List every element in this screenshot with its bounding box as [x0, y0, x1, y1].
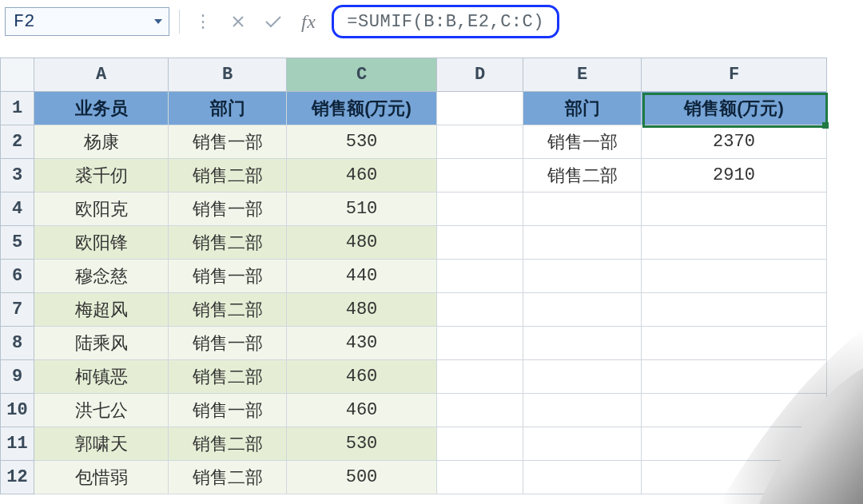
cell-E4[interactable] [523, 192, 642, 226]
cell-F8[interactable] [642, 327, 827, 360]
fx-icon[interactable]: fx [301, 11, 316, 33]
cell-C11[interactable]: 530 [287, 427, 437, 461]
cell-D3[interactable] [437, 159, 523, 192]
cell-F10[interactable] [642, 394, 827, 427]
worksheet[interactable]: A B C D E F 1 业务员 部门 销售额(万元) 部门 销售额(万元) … [0, 58, 863, 494]
cell-A12[interactable]: 包惜弱 [34, 461, 169, 494]
row-header-4[interactable]: 4 [1, 192, 34, 226]
cell-A7[interactable]: 梅超风 [34, 293, 169, 327]
cell-F12[interactable] [642, 461, 827, 494]
cell-B11[interactable]: 销售二部 [169, 427, 287, 461]
col-header-C[interactable]: C [287, 58, 437, 92]
cell-F2[interactable]: 2370 [642, 125, 827, 159]
cell-C3[interactable]: 460 [287, 159, 437, 192]
row-header-2[interactable]: 2 [1, 125, 34, 159]
cell-E10[interactable] [523, 394, 642, 427]
row-header-3[interactable]: 3 [1, 159, 34, 192]
cell-B5[interactable]: 销售二部 [169, 226, 287, 260]
row-header-9[interactable]: 9 [1, 360, 34, 394]
cell-E5[interactable] [523, 226, 642, 260]
cell-F4[interactable] [642, 192, 827, 226]
cell-E8[interactable] [523, 327, 642, 360]
cell-B8[interactable]: 销售一部 [169, 327, 287, 360]
cell-D2[interactable] [437, 125, 523, 159]
cell-A3[interactable]: 裘千仞 [34, 159, 169, 192]
cell-E2[interactable]: 销售一部 [523, 125, 642, 159]
cell-A6[interactable]: 穆念慈 [34, 260, 169, 293]
cell-B12[interactable]: 销售二部 [169, 461, 287, 494]
cell-E12[interactable] [523, 461, 642, 494]
cell-C6[interactable]: 440 [287, 260, 437, 293]
cell-A8[interactable]: 陆乘风 [34, 327, 169, 360]
cell-D1[interactable] [437, 92, 523, 125]
cell-E1[interactable]: 部门 [523, 92, 642, 125]
cell-C1[interactable]: 销售额(万元) [287, 92, 437, 125]
cell-D10[interactable] [437, 394, 523, 427]
cell-F5[interactable] [642, 226, 827, 260]
col-header-A[interactable]: A [34, 58, 169, 92]
cell-F6[interactable] [642, 260, 827, 293]
confirm-icon[interactable] [264, 14, 282, 29]
cell-B3[interactable]: 销售二部 [169, 159, 287, 192]
cell-C9[interactable]: 460 [287, 360, 437, 394]
col-header-F[interactable]: F [642, 58, 827, 92]
row-header-6[interactable]: 6 [1, 260, 34, 293]
row-header-12[interactable]: 12 [1, 461, 34, 494]
cell-E7[interactable] [523, 293, 642, 327]
chevron-down-icon[interactable] [153, 16, 164, 27]
cell-D12[interactable] [437, 461, 523, 494]
cell-B2[interactable]: 销售一部 [169, 125, 287, 159]
cell-F3[interactable]: 2910 [642, 159, 827, 192]
cell-A9[interactable]: 柯镇恶 [34, 360, 169, 394]
cell-D6[interactable] [437, 260, 523, 293]
cancel-icon[interactable] [231, 14, 245, 29]
cell-C2[interactable]: 530 [287, 125, 437, 159]
col-header-D[interactable]: D [437, 58, 523, 92]
cell-E6[interactable] [523, 260, 642, 293]
cell-A11[interactable]: 郭啸天 [34, 427, 169, 461]
row-header-7[interactable]: 7 [1, 293, 34, 327]
cell-F7[interactable] [642, 293, 827, 327]
cell-A5[interactable]: 欧阳锋 [34, 226, 169, 260]
cell-A10[interactable]: 洪七公 [34, 394, 169, 427]
cell-D5[interactable] [437, 226, 523, 260]
row-header-5[interactable]: 5 [1, 226, 34, 260]
cell-B1[interactable]: 部门 [169, 92, 287, 125]
cell-A1[interactable]: 业务员 [34, 92, 169, 125]
cell-C8[interactable]: 430 [287, 327, 437, 360]
grid-table[interactable]: A B C D E F 1 业务员 部门 销售额(万元) 部门 销售额(万元) … [0, 58, 827, 494]
row-header-10[interactable]: 10 [1, 394, 34, 427]
cell-D7[interactable] [437, 293, 523, 327]
cell-F1[interactable]: 销售额(万元) [642, 92, 827, 125]
cell-A4[interactable]: 欧阳克 [34, 192, 169, 226]
row-header-11[interactable]: 11 [1, 427, 34, 461]
cell-C12[interactable]: 500 [287, 461, 437, 494]
name-box-value: F2 [14, 12, 34, 32]
cell-F9[interactable] [642, 360, 827, 394]
col-header-B[interactable]: B [169, 58, 287, 92]
cell-C5[interactable]: 480 [287, 226, 437, 260]
cell-C10[interactable]: 460 [287, 394, 437, 427]
cell-B7[interactable]: 销售二部 [169, 293, 287, 327]
cell-E3[interactable]: 销售二部 [523, 159, 642, 192]
cell-C4[interactable]: 510 [287, 192, 437, 226]
cell-B9[interactable]: 销售二部 [169, 360, 287, 394]
col-header-E[interactable]: E [523, 58, 642, 92]
name-box[interactable]: F2 [5, 7, 169, 36]
row-header-1[interactable]: 1 [1, 92, 34, 125]
cell-E9[interactable] [523, 360, 642, 394]
cell-D9[interactable] [437, 360, 523, 394]
select-all-corner[interactable] [1, 58, 34, 92]
row-header-8[interactable]: 8 [1, 327, 34, 360]
cell-F11[interactable] [642, 427, 827, 461]
cell-D8[interactable] [437, 327, 523, 360]
formula-input[interactable]: =SUMIF(B:B,E2,C:C) [332, 5, 559, 38]
cell-B10[interactable]: 销售一部 [169, 394, 287, 427]
cell-C7[interactable]: 480 [287, 293, 437, 327]
cell-E11[interactable] [523, 427, 642, 461]
cell-A2[interactable]: 杨康 [34, 125, 169, 159]
cell-D4[interactable] [437, 192, 523, 226]
cell-B4[interactable]: 销售一部 [169, 192, 287, 226]
cell-B6[interactable]: 销售一部 [169, 260, 287, 293]
cell-D11[interactable] [437, 427, 523, 461]
